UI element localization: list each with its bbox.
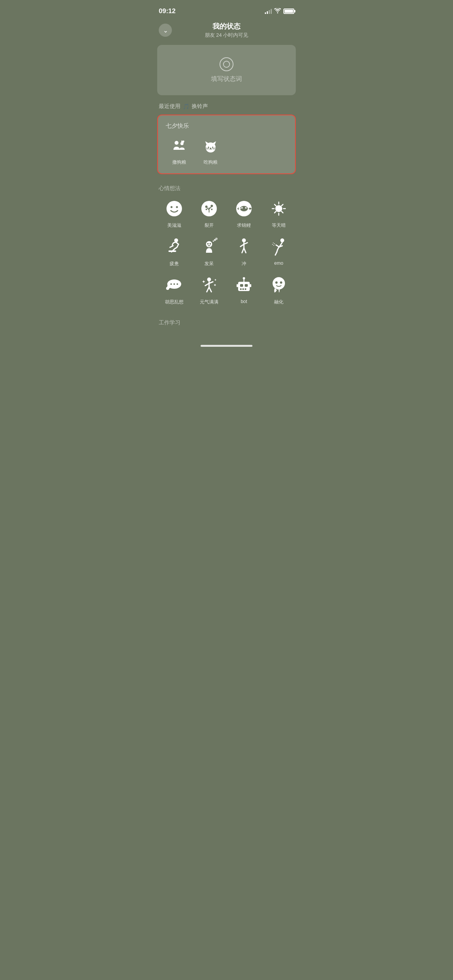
svg-line-64 bbox=[209, 287, 211, 292]
svg-point-79 bbox=[275, 281, 278, 284]
home-indicator bbox=[201, 345, 252, 347]
svg-point-34 bbox=[206, 241, 212, 247]
chevron-down-icon: ⌄ bbox=[163, 27, 168, 34]
svg-point-21 bbox=[245, 207, 247, 209]
highlight-card: 七夕快乐 撒狗粮 bbox=[157, 115, 296, 174]
svg-rect-72 bbox=[245, 284, 248, 287]
daydream-icon bbox=[164, 275, 185, 296]
svg-line-28 bbox=[275, 204, 276, 206]
status-time: 09:12 bbox=[159, 7, 175, 15]
emo-icon bbox=[268, 236, 289, 257]
emoji-item-daydream[interactable]: 胡思乱想 bbox=[159, 275, 190, 305]
mood-title: 心情想法 bbox=[151, 182, 302, 198]
tired-label: 疲惫 bbox=[170, 260, 179, 267]
status-bar: 09:12 bbox=[151, 0, 302, 19]
emoji-item-melt[interactable]: 融化 bbox=[263, 275, 294, 305]
cat-label: 吃狗粮 bbox=[204, 159, 218, 166]
sun-icon bbox=[268, 198, 289, 219]
emoji-item-smile[interactable]: 美滋滋 bbox=[159, 198, 190, 229]
melt-icon bbox=[268, 275, 289, 296]
svg-line-31 bbox=[275, 211, 276, 213]
svg-point-56 bbox=[170, 283, 172, 285]
battery-icon bbox=[283, 9, 294, 14]
emoji-item-emo[interactable]: emo bbox=[263, 236, 294, 267]
svg-line-29 bbox=[281, 211, 283, 213]
ringtone-label: 换铃声 bbox=[192, 103, 208, 110]
svg-point-10 bbox=[166, 201, 182, 216]
svg-point-20 bbox=[241, 207, 243, 209]
daze-label: 发呆 bbox=[204, 260, 214, 267]
music-icon: 🎵 bbox=[183, 103, 189, 110]
smile-label: 美滋滋 bbox=[167, 222, 181, 229]
svg-point-0 bbox=[175, 141, 178, 145]
emo-label: emo bbox=[274, 260, 283, 266]
svg-rect-73 bbox=[240, 288, 242, 290]
svg-text:✦: ✦ bbox=[213, 283, 216, 287]
svg-point-70 bbox=[243, 277, 245, 279]
couple-label: 撒狗粮 bbox=[172, 159, 186, 166]
svg-point-35 bbox=[213, 240, 214, 242]
svg-point-15 bbox=[211, 205, 213, 207]
svg-point-80 bbox=[280, 281, 282, 284]
back-button[interactable]: ⌄ bbox=[159, 24, 172, 37]
daze-icon bbox=[199, 236, 220, 257]
emoji-item-cat[interactable]: 吃狗粮 bbox=[197, 137, 225, 166]
work-title: 工作学习 bbox=[151, 316, 302, 332]
svg-line-51 bbox=[273, 243, 275, 244]
energy-icon: ✦ ✦ ✦ bbox=[199, 275, 220, 296]
mood-section: 心情想法 美滋滋 bbox=[151, 182, 302, 313]
emoji-item-bot[interactable]: bot bbox=[228, 275, 259, 305]
emoji-item-sun[interactable]: 等天晴 bbox=[263, 198, 294, 229]
emoji-item-daze[interactable]: 发呆 bbox=[194, 236, 225, 267]
svg-point-39 bbox=[209, 243, 211, 245]
svg-rect-75 bbox=[245, 288, 246, 290]
svg-rect-68 bbox=[238, 282, 250, 291]
status-placeholder: 填写状态词 bbox=[211, 75, 242, 83]
svg-rect-76 bbox=[237, 284, 238, 287]
svg-point-5 bbox=[210, 148, 211, 149]
status-input-icon bbox=[220, 57, 233, 71]
svg-point-41 bbox=[242, 238, 246, 242]
highlight-emoji-grid: 撒狗粮 bbox=[166, 137, 287, 166]
couple-icon bbox=[170, 137, 189, 157]
signal-icon bbox=[265, 9, 272, 14]
koi-icon bbox=[233, 198, 254, 219]
svg-point-17 bbox=[211, 209, 213, 210]
mood-emoji-grid: 美滋滋 裂开 bbox=[151, 198, 302, 313]
svg-point-37 bbox=[215, 238, 218, 240]
robot-icon bbox=[233, 275, 254, 296]
emoji-item-koi[interactable]: 求锦鲤 bbox=[228, 198, 259, 229]
svg-line-52 bbox=[272, 244, 275, 246]
emoji-item-couple[interactable]: 撒狗粮 bbox=[166, 137, 193, 166]
bot-label: bot bbox=[241, 299, 247, 304]
svg-line-63 bbox=[207, 287, 209, 292]
svg-rect-77 bbox=[250, 284, 251, 287]
melt-label: 融化 bbox=[274, 299, 283, 305]
svg-point-38 bbox=[207, 243, 209, 245]
status-input-area[interactable]: 填写状态词 bbox=[157, 45, 296, 95]
svg-line-50 bbox=[275, 252, 277, 255]
tired-icon bbox=[164, 236, 185, 257]
svg-line-30 bbox=[281, 204, 283, 206]
cat-icon bbox=[201, 137, 220, 157]
crack-label: 裂开 bbox=[204, 222, 214, 229]
svg-text:✦: ✦ bbox=[202, 279, 206, 284]
svg-rect-33 bbox=[168, 250, 176, 252]
svg-point-16 bbox=[206, 209, 207, 210]
recent-section-header: 最近使用 🎵 换铃声 bbox=[151, 103, 302, 115]
svg-point-57 bbox=[173, 283, 175, 285]
emoji-item-crack[interactable]: 裂开 bbox=[194, 198, 225, 229]
emoji-item-energy[interactable]: ✦ ✦ ✦ 元气满满 bbox=[194, 275, 225, 305]
card-title: 七夕快乐 bbox=[166, 122, 287, 130]
page-title: 我的状态 bbox=[205, 22, 249, 31]
recent-label: 最近使用 bbox=[159, 103, 180, 110]
svg-line-46 bbox=[244, 248, 246, 253]
wifi-icon bbox=[274, 8, 281, 15]
header-text: 我的状态 朋友 24 小时内可见 bbox=[205, 22, 249, 39]
svg-point-12 bbox=[176, 206, 178, 208]
emoji-item-tired[interactable]: 疲惫 bbox=[159, 236, 190, 267]
svg-text:✦: ✦ bbox=[214, 278, 217, 282]
svg-point-11 bbox=[171, 206, 173, 208]
emoji-item-rush[interactable]: 冲 bbox=[228, 236, 259, 267]
koi-label: 求锦鲤 bbox=[237, 222, 251, 229]
